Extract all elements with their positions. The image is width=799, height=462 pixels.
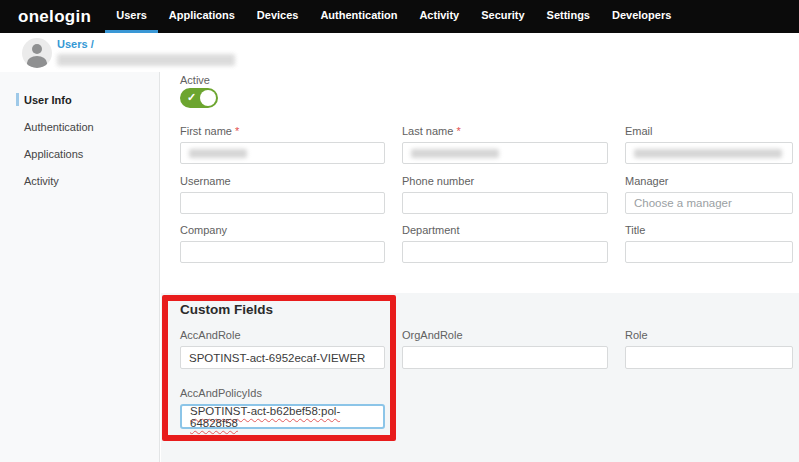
nav-item-developers[interactable]: Developers	[601, 0, 682, 33]
role-label: Role	[625, 329, 793, 342]
first-name-field: First name*	[180, 125, 385, 164]
username-label: Username	[180, 175, 385, 188]
redacted-value	[189, 149, 247, 158]
org-and-role-input[interactable]	[402, 346, 608, 369]
active-indicator-bar	[16, 93, 19, 106]
title-field: Title	[625, 224, 793, 263]
last-name-label: Last name*	[402, 125, 608, 138]
sidebar-item-label: User Info	[24, 94, 72, 106]
department-input[interactable]	[402, 241, 608, 263]
sidebar-item-activity[interactable]: Activity	[0, 167, 159, 194]
company-field: Company	[180, 224, 385, 263]
acc-and-role-label: AccAndRole	[180, 329, 385, 342]
sidebar-item-user-info[interactable]: User Info	[0, 86, 159, 113]
user-avatar-icon	[22, 38, 52, 68]
sidebar-item-authentication[interactable]: Authentication	[0, 113, 159, 140]
check-icon: ✓	[187, 91, 196, 104]
redacted-value	[634, 149, 782, 158]
top-nav-bar: onelogin Users Applications Devices Auth…	[0, 0, 799, 33]
email-input[interactable]	[625, 142, 793, 164]
email-field: Email	[625, 125, 793, 164]
manager-placeholder: Choose a manager	[634, 197, 732, 209]
nav-item-settings[interactable]: Settings	[536, 0, 601, 33]
toggle-knob	[200, 90, 216, 106]
nav-item-authentication[interactable]: Authentication	[309, 0, 408, 33]
active-toggle[interactable]: ✓	[180, 88, 218, 108]
avatar-head-shape	[32, 44, 42, 54]
department-field: Department	[402, 224, 608, 263]
title-label: Title	[625, 224, 793, 237]
acc-and-role-input[interactable]: SPOTINST-act-6952ecaf-VIEWER	[180, 346, 385, 369]
active-field: Active	[180, 74, 210, 87]
breadcrumb-users-link[interactable]: Users /	[57, 38, 94, 50]
manager-field: Manager Choose a manager	[625, 175, 793, 214]
department-label: Department	[402, 224, 608, 237]
last-name-field: Last name*	[402, 125, 608, 164]
first-name-label: First name*	[180, 125, 385, 138]
company-label: Company	[180, 224, 385, 237]
acc-and-role-value: SPOTINST-act-6952ecaf-VIEWER	[189, 352, 365, 364]
org-and-role-label: OrgAndRole	[402, 329, 608, 342]
redacted-value	[411, 149, 499, 158]
org-and-role-field: OrgAndRole	[402, 329, 608, 369]
acc-and-role-field: AccAndRole SPOTINST-act-6952ecaf-VIEWER	[180, 329, 385, 369]
email-label: Email	[625, 125, 793, 138]
custom-fields-heading: Custom Fields	[180, 302, 273, 317]
company-input[interactable]	[180, 241, 385, 263]
acc-and-policy-ids-value: SPOTINST-act-b62bef58:pol-64828f58	[190, 405, 383, 429]
nav-item-activity[interactable]: Activity	[408, 0, 470, 33]
manager-label: Manager	[625, 175, 793, 188]
nav-item-security[interactable]: Security	[470, 0, 535, 33]
acc-and-policy-ids-label: AccAndPolicyIds	[180, 387, 385, 400]
nav-item-devices[interactable]: Devices	[246, 0, 310, 33]
redacted-username	[57, 54, 235, 66]
top-nav-items: Users Applications Devices Authenticatio…	[105, 0, 682, 33]
required-asterisk: *	[456, 125, 460, 137]
avatar-shoulders-shape	[27, 56, 47, 68]
manager-input[interactable]: Choose a manager	[625, 192, 793, 214]
last-name-input[interactable]	[402, 142, 608, 164]
acc-and-policy-ids-field: AccAndPolicyIds SPOTINST-act-b62bef58:po…	[180, 387, 385, 429]
onelogin-user-page: onelogin Users Applications Devices Auth…	[0, 0, 799, 462]
required-asterisk: *	[235, 125, 239, 137]
nav-item-users[interactable]: Users	[105, 0, 158, 33]
title-input[interactable]	[625, 241, 793, 263]
phone-number-label: Phone number	[402, 175, 608, 188]
phone-number-input[interactable]	[402, 192, 608, 214]
first-name-input[interactable]	[180, 142, 385, 164]
sidebar-item-applications[interactable]: Applications	[0, 140, 159, 167]
username-input[interactable]	[180, 192, 385, 214]
username-field: Username	[180, 175, 385, 214]
custom-fields-section-background	[161, 293, 799, 462]
nav-item-applications[interactable]: Applications	[158, 0, 246, 33]
role-field: Role	[625, 329, 793, 369]
user-sidebar: User Info Authentication Applications Ac…	[0, 72, 160, 462]
sidebar-item-label: Authentication	[24, 121, 94, 133]
page-header: Users /	[0, 33, 799, 72]
role-input[interactable]	[625, 346, 793, 369]
sidebar-item-label: Applications	[24, 148, 83, 160]
phone-number-field: Phone number	[402, 175, 608, 214]
active-label: Active	[180, 74, 210, 87]
sidebar-item-label: Activity	[24, 175, 59, 187]
acc-and-policy-ids-input[interactable]: SPOTINST-act-b62bef58:pol-64828f58	[180, 404, 385, 429]
onelogin-logo[interactable]: onelogin	[18, 0, 91, 33]
